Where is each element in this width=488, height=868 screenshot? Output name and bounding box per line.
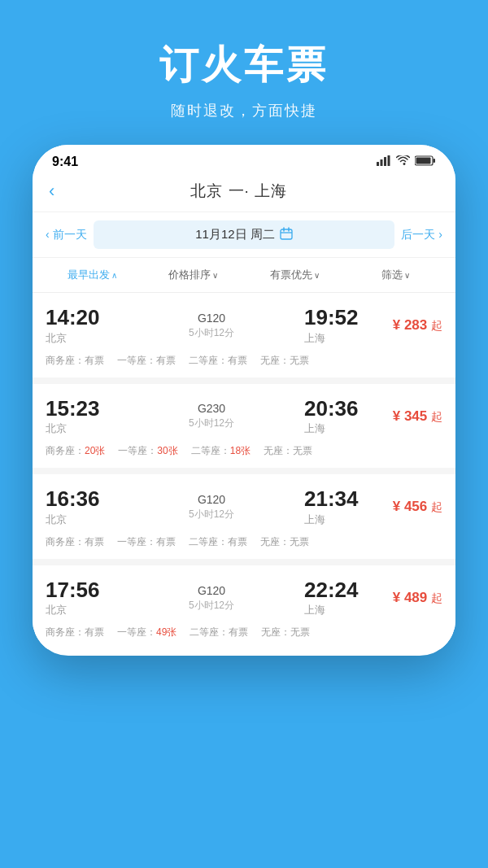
chevron-down-icon-price: ∨ (212, 271, 218, 280)
train-arrive: 20:36 上海 (304, 397, 377, 437)
seat-count: 有票 (228, 355, 247, 366)
train-depart: 16:36 北京 (46, 487, 119, 527)
train-price: ¥ 345 起 (377, 408, 442, 425)
depart-time: 16:36 (46, 487, 100, 511)
filter-price-label: 价格排序 (168, 268, 211, 282)
train-duration: 5小时12分 (189, 508, 234, 521)
seat-count: 无票 (290, 536, 309, 547)
train-depart: 17:56 北京 (46, 578, 119, 618)
seat-count: 有票 (229, 626, 248, 638)
filter-available[interactable]: 有票优先 ∨ (245, 264, 345, 286)
price-value: ¥ 345 起 (393, 408, 442, 424)
seat-name: 无座： (260, 536, 290, 547)
seat-name: 无座： (261, 626, 290, 638)
chevron-down-icon-screen: ∨ (404, 271, 410, 280)
date-selector[interactable]: 11月12日 周二 (94, 220, 395, 249)
price-value: ¥ 489 起 (393, 590, 442, 605)
seat-count: 无票 (290, 355, 309, 366)
prev-day-button[interactable]: ‹ 前一天 (46, 228, 87, 242)
filter-screen[interactable]: 筛选 ∨ (346, 264, 447, 286)
nav-title: 北京 一· 上海 (63, 181, 415, 202)
price-unit: 起 (431, 319, 442, 332)
price-unit: 起 (431, 410, 442, 423)
filter-bar: 最早出发 ∧ 价格排序 ∨ 有票优先 ∨ 筛选 ∨ (33, 258, 455, 293)
seat-name: 商务座： (46, 445, 85, 456)
chevron-up-icon: ∧ (111, 271, 117, 280)
next-day-button[interactable]: 后一天 › (401, 228, 442, 242)
status-time: 9:41 (52, 155, 78, 169)
seat-item: 无座：无票 (264, 444, 312, 458)
train-arrive: 19:52 上海 (304, 306, 377, 346)
price-unit: 起 (431, 500, 442, 513)
seat-count: 有票 (85, 626, 104, 638)
arrive-time: 19:52 (304, 306, 359, 329)
train-arrive: 22:24 上海 (304, 578, 377, 618)
train-middle: G120 5小时12分 (119, 312, 304, 340)
train-main-row: 16:36 北京 G120 5小时12分 21:34 上海 ¥ 456 起 (46, 487, 442, 527)
train-number: G230 (198, 402, 225, 415)
depart-station: 北京 (46, 421, 67, 436)
seat-item: 无座：无票 (260, 535, 309, 549)
filter-price[interactable]: 价格排序 ∨ (144, 264, 244, 286)
seat-count: 有票 (85, 355, 104, 366)
seat-item: 无座：无票 (260, 354, 309, 368)
seat-item: 商务座：20张 (46, 444, 105, 458)
seat-item: 二等座：有票 (189, 535, 247, 549)
seat-item: 商务座：有票 (46, 354, 104, 368)
svg-rect-5 (434, 159, 436, 163)
depart-station: 北京 (46, 331, 67, 346)
train-price: ¥ 283 起 (377, 317, 442, 334)
phone-wrapper: 9:41 (0, 145, 488, 656)
svg-rect-2 (384, 157, 386, 166)
seat-name: 无座： (264, 445, 293, 456)
phone-mockup: 9:41 (33, 145, 455, 656)
train-seats-row: 商务座：有票 一等座：有票 二等座：有票 无座：无票 (46, 354, 442, 368)
price-value: ¥ 283 起 (393, 317, 442, 333)
back-button[interactable]: ‹ (49, 181, 54, 202)
seat-name: 一等座： (117, 626, 156, 638)
seat-count: 30张 (157, 445, 177, 456)
train-main-row: 15:23 北京 G230 5小时12分 20:36 上海 ¥ 345 起 (46, 397, 442, 437)
seat-name: 一等座： (117, 536, 156, 547)
seat-count: 20张 (85, 445, 105, 456)
train-card[interactable]: 14:20 北京 G120 5小时12分 19:52 上海 ¥ 283 起 商务… (33, 293, 455, 377)
seat-name: 商务座： (46, 626, 85, 638)
train-seats-row: 商务座：20张 一等座：30张 二等座：18张 无座：无票 (46, 444, 442, 458)
train-main-row: 14:20 北京 G120 5小时12分 19:52 上海 ¥ 283 起 (46, 306, 442, 346)
train-middle: G120 5小时12分 (119, 584, 304, 613)
seat-item: 一等座：有票 (117, 354, 176, 368)
seat-item: 无座：无票 (261, 626, 310, 639)
svg-rect-0 (377, 162, 379, 166)
train-middle: G230 5小时12分 (119, 402, 304, 430)
train-depart: 15:23 北京 (46, 397, 119, 437)
arrive-time: 22:24 (304, 578, 359, 602)
status-bar: 9:41 (33, 145, 455, 174)
depart-station: 北京 (46, 603, 67, 617)
seat-name: 二等座： (189, 355, 228, 366)
svg-rect-7 (281, 229, 292, 239)
arrive-station: 上海 (304, 603, 325, 617)
train-number: G120 (198, 493, 225, 506)
seat-item: 一等座：30张 (118, 444, 177, 458)
train-seats-row: 商务座：有票 一等座：有票 二等座：有票 无座：无票 (46, 535, 442, 549)
seat-item: 二等座：有票 (190, 626, 248, 639)
train-depart: 14:20 北京 (46, 306, 119, 346)
date-text: 11月12日 周二 (195, 227, 275, 242)
hero-section: 订火车票 随时退改，方面快捷 (0, 0, 488, 145)
seat-item: 一等座：有票 (117, 535, 176, 549)
seat-name: 二等座： (191, 445, 230, 456)
hero-subtitle: 随时退改，方面快捷 (16, 101, 472, 120)
filter-earliest[interactable]: 最早出发 ∧ (42, 264, 142, 286)
train-duration: 5小时12分 (189, 326, 234, 340)
depart-time: 17:56 (46, 578, 100, 602)
train-card[interactable]: 15:23 北京 G230 5小时12分 20:36 上海 ¥ 345 起 商务… (33, 384, 455, 469)
train-number: G120 (198, 584, 225, 597)
wifi-icon (396, 155, 410, 168)
train-list: 14:20 北京 G120 5小时12分 19:52 上海 ¥ 283 起 商务… (33, 293, 455, 649)
status-icons (377, 155, 436, 168)
seat-item: 商务座：有票 (46, 626, 104, 639)
train-card[interactable]: 17:56 北京 G120 5小时12分 22:24 上海 ¥ 489 起 商务… (33, 565, 455, 650)
filter-earliest-label: 最早出发 (68, 268, 110, 282)
train-card[interactable]: 16:36 北京 G120 5小时12分 21:34 上海 ¥ 456 起 商务… (33, 474, 455, 559)
seat-count: 有票 (228, 536, 247, 547)
